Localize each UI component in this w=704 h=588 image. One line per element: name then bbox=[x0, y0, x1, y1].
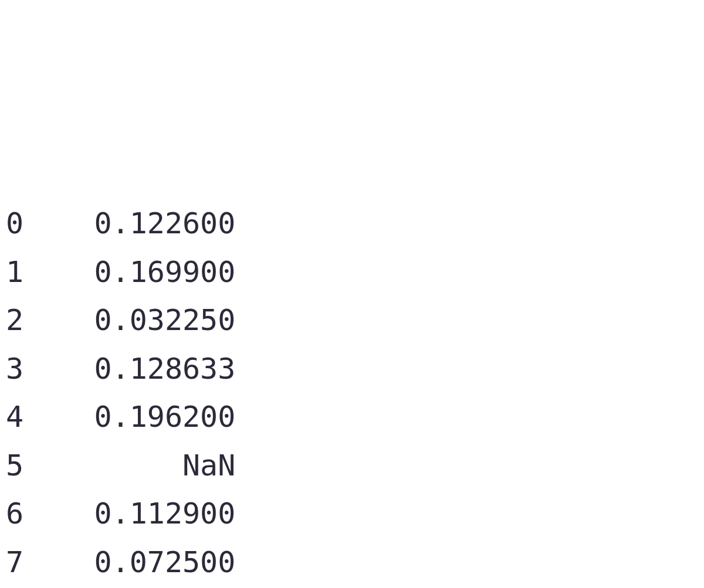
series-row: 10.169900 bbox=[6, 248, 698, 297]
series-index: 3 bbox=[6, 345, 23, 393]
series-index: 7 bbox=[6, 538, 23, 587]
series-value: 0.112900 bbox=[94, 490, 236, 538]
series-index: 0 bbox=[6, 199, 23, 248]
series-value: NaN bbox=[94, 441, 236, 490]
series-row: 40.196200 bbox=[6, 393, 698, 441]
series-row: 00.122600 bbox=[6, 199, 698, 248]
series-value: 0.196200 bbox=[94, 393, 236, 441]
series-value: 0.032250 bbox=[94, 296, 236, 345]
series-index: 1 bbox=[6, 248, 23, 297]
series-index: 4 bbox=[6, 393, 23, 441]
series-value: 0.072500 bbox=[94, 538, 236, 587]
series-index: 6 bbox=[6, 490, 23, 538]
series-index: 5 bbox=[6, 441, 23, 490]
series-row: 20.032250 bbox=[6, 296, 698, 345]
series-value: 0.169900 bbox=[94, 248, 236, 297]
series-value: 0.122600 bbox=[94, 199, 236, 248]
series-value: 0.128633 bbox=[94, 345, 236, 393]
series-index: 2 bbox=[6, 296, 23, 345]
pandas-series-output: 00.12260010.16990020.03225030.12863340.1… bbox=[6, 199, 698, 588]
series-row: 60.112900 bbox=[6, 490, 698, 538]
series-row: 70.072500 bbox=[6, 538, 698, 587]
series-row: 5NaN bbox=[6, 441, 698, 490]
series-row: 30.128633 bbox=[6, 345, 698, 393]
